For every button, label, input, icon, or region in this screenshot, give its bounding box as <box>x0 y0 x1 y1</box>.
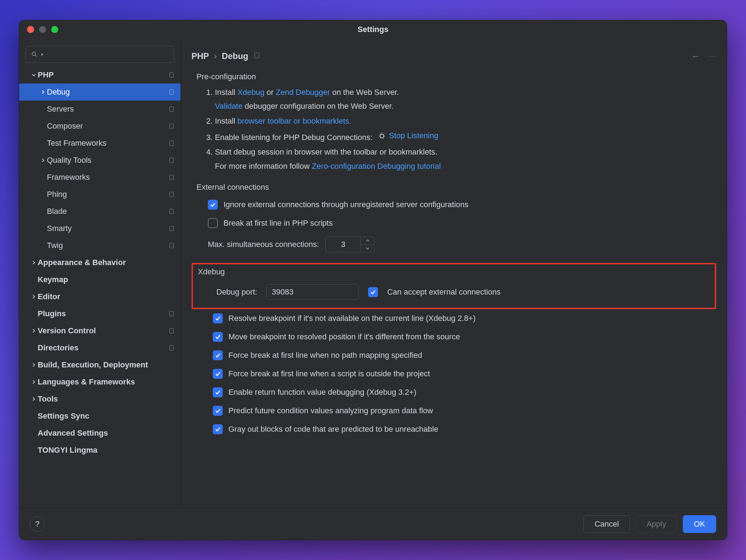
sidebar-item-label: Plugins <box>38 309 168 318</box>
sidebar-item-label: Test Frameworks <box>47 139 168 148</box>
link-validate[interactable]: Validate <box>215 102 243 111</box>
sidebar-item-build-execution-deployment[interactable]: Build, Execution, Deployment <box>19 356 180 373</box>
checkbox-break-first-line[interactable] <box>208 218 218 228</box>
stepper-max-conn[interactable] <box>361 237 374 252</box>
sidebar-item-php[interactable]: PHP <box>19 66 180 84</box>
svg-rect-2 <box>170 72 174 77</box>
link-tutorial[interactable]: Zero-configuration Debugging tutorial <box>312 162 441 171</box>
svg-rect-11 <box>170 226 174 231</box>
link-xdebug[interactable]: Xdebug <box>238 88 265 97</box>
checkbox-force-outside[interactable] <box>213 369 223 379</box>
chevron-right-icon[interactable] <box>30 379 38 384</box>
svg-rect-15 <box>170 345 174 350</box>
sidebar-item-label: Settings Sync <box>38 411 175 421</box>
checkbox-force-nomap[interactable] <box>213 350 223 360</box>
checkbox-ignore-external[interactable] <box>208 200 218 210</box>
sidebar-item-languages-frameworks[interactable]: Languages & Frameworks <box>19 373 180 391</box>
sidebar-item-debug[interactable]: Debug <box>19 84 180 101</box>
checkbox-predict[interactable] <box>213 406 223 416</box>
external-title: External connections <box>196 183 716 192</box>
sidebar-item-composer[interactable]: Composer <box>19 118 180 135</box>
sidebar-item-label: Twig <box>47 241 168 250</box>
checkbox-resolve-breakpoint[interactable] <box>213 313 223 323</box>
link-zend[interactable]: Zend Debugger <box>276 88 330 97</box>
checkbox-accept-external[interactable] <box>368 287 378 297</box>
label-return-value: Enable return function value debugging (… <box>228 388 416 397</box>
file-scope-icon <box>168 106 175 112</box>
checkbox-return-value[interactable] <box>213 387 223 397</box>
sidebar-item-settings-sync[interactable]: Settings Sync <box>19 408 180 425</box>
breadcrumb-leaf: Debug <box>222 51 248 61</box>
breadcrumb: PHP › Debug ← → <box>191 46 716 66</box>
chevron-down-icon[interactable] <box>361 245 374 252</box>
chevron-right-icon[interactable] <box>30 397 38 402</box>
chevron-right-icon[interactable] <box>30 328 38 333</box>
sidebar-item-advanced-settings[interactable]: Advanced Settings <box>19 425 180 442</box>
settings-tree[interactable]: PHPDebugServersComposerTest FrameworksQu… <box>19 66 180 508</box>
label-resolve-breakpoint: Resolve breakpoint if it's not available… <box>228 314 476 323</box>
sidebar-item-frameworks[interactable]: Frameworks <box>19 169 180 186</box>
sidebar-item-phing[interactable]: Phing <box>19 186 180 203</box>
svg-rect-6 <box>170 141 174 146</box>
sidebar-item-label: TONGYI Lingma <box>38 446 175 455</box>
file-scope-icon <box>168 225 175 232</box>
chevron-right-icon[interactable] <box>39 90 47 95</box>
sidebar-item-tools[interactable]: Tools <box>19 391 180 408</box>
sidebar-item-servers[interactable]: Servers <box>19 101 180 118</box>
sidebar-item-label: Debug <box>47 87 168 97</box>
svg-rect-10 <box>170 209 174 214</box>
titlebar: Settings <box>19 20 727 39</box>
file-scope-icon <box>168 208 175 215</box>
chevron-up-icon[interactable] <box>361 237 374 245</box>
nav-forward-icon[interactable]: → <box>708 51 716 61</box>
sidebar-item-plugins[interactable]: Plugins <box>19 305 180 322</box>
file-scope-icon <box>253 51 260 61</box>
sidebar-item-label: Tools <box>38 394 175 404</box>
svg-rect-7 <box>170 158 174 163</box>
breadcrumb-root[interactable]: PHP <box>191 51 209 61</box>
checkbox-move-breakpoint[interactable] <box>213 332 223 342</box>
nav-back-icon[interactable]: ← <box>691 51 700 61</box>
input-max-conn[interactable] <box>325 237 361 252</box>
cancel-button[interactable]: Cancel <box>584 515 630 533</box>
stop-listening-button[interactable]: Stop Listening <box>378 129 438 142</box>
sidebar-item-label: Keymap <box>38 275 175 284</box>
chevron-right-icon[interactable] <box>30 260 38 265</box>
sidebar-item-twig[interactable]: Twig <box>19 237 180 254</box>
sidebar-item-editor[interactable]: Editor <box>19 288 180 305</box>
sidebar-item-tongyi-lingma[interactable]: TONGYI Lingma <box>19 442 180 459</box>
help-button[interactable]: ? <box>30 517 45 532</box>
search-icon <box>31 51 38 58</box>
chevron-right-icon[interactable] <box>30 294 38 299</box>
sidebar-item-directories[interactable]: Directories <box>19 339 180 356</box>
sidebar-item-quality-tools[interactable]: Quality Tools <box>19 152 180 169</box>
sidebar-item-label: Quality Tools <box>47 156 168 165</box>
sidebar-item-test-frameworks[interactable]: Test Frameworks <box>19 135 180 152</box>
sidebar-item-blade[interactable]: Blade <box>19 203 180 220</box>
sidebar-item-appearance-behavior[interactable]: Appearance & Behavior <box>19 254 180 271</box>
chevron-down-icon[interactable] <box>30 72 38 77</box>
xdebug-title: Xdebug <box>198 267 710 276</box>
label-gray: Gray out blocks of code that are predict… <box>228 425 438 434</box>
label-accept-external: Can accept external connections <box>387 287 501 297</box>
label-force-nomap: Force break at first line when no path m… <box>228 351 422 360</box>
sidebar-item-label: PHP <box>38 70 168 80</box>
link-toolbar[interactable]: browser toolbar or bookmarklets. <box>238 117 351 125</box>
apply-button[interactable]: Apply <box>636 515 677 533</box>
xdebug-highlight: Xdebug Debug port: Can accept external c… <box>191 263 716 309</box>
file-scope-icon <box>168 72 175 78</box>
label-debug-port: Debug port: <box>216 287 257 297</box>
label-force-outside: Force break at first line when a script … <box>228 369 430 378</box>
checkbox-gray[interactable] <box>213 424 223 434</box>
file-scope-icon <box>168 242 175 249</box>
sidebar-item-label: Advanced Settings <box>38 429 175 438</box>
input-debug-port[interactable] <box>266 284 359 300</box>
search-input[interactable]: ▾ <box>26 46 174 63</box>
chevron-right-icon[interactable] <box>39 158 47 163</box>
chevron-right-icon[interactable] <box>30 362 38 367</box>
sidebar-item-keymap[interactable]: Keymap <box>19 271 180 288</box>
sidebar-item-smarty[interactable]: Smarty <box>19 220 180 237</box>
file-scope-icon <box>168 191 175 198</box>
sidebar-item-version-control[interactable]: Version Control <box>19 322 180 339</box>
ok-button[interactable]: OK <box>683 515 716 533</box>
